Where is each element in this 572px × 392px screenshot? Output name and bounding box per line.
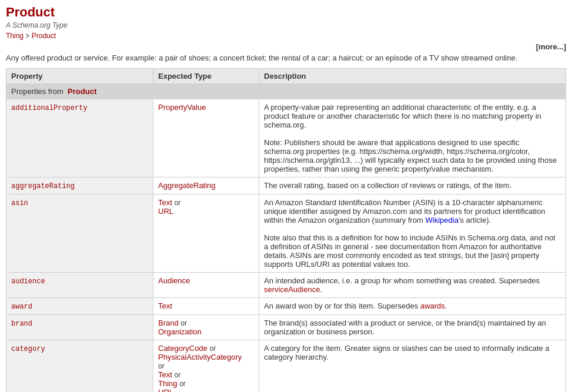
type-link-PropertyValue[interactable]: PropertyValue [158,103,206,112]
desc-cell-audience: An intended audience, i.e. a group for w… [259,273,566,298]
table-row: additionalProperty PropertyValue A prope… [6,99,566,177]
col-header-expected-type: Expected Type [153,69,259,84]
property-cell-additionalProperty: additionalProperty [6,99,153,177]
page-title: Product [6,5,566,20]
type-link-Text-award[interactable]: Text [158,301,172,310]
desc-cell-brand: The brand(s) associated with a product o… [259,315,566,340]
property-cell-category: category [6,340,153,393]
type-link-CategoryCode[interactable]: CategoryCode [158,344,208,353]
prop-name-award: award [11,303,32,311]
property-cell-award: award [6,298,153,315]
desc-cell-category: A category for the item. Greater signs o… [259,340,566,393]
schema-type-label: A Schema.org Type [6,21,566,29]
breadcrumb: Thing > Product [6,32,566,40]
table-row: aggregateRating AggregateRating The over… [6,177,566,195]
prop-name-audience: audience [11,277,45,286]
prop-name-category: category [11,345,45,353]
or-text-category2: or [158,362,165,370]
wikipedia-link[interactable]: Wikipedia [426,216,459,225]
property-cell-asin: asin [6,195,153,273]
table-row: brand Brand or Organization The brand(s)… [6,315,566,340]
type-link-URL-asin[interactable]: URL [158,207,173,216]
prop-name-brand: brand [11,320,32,328]
property-cell-brand: brand [6,315,153,340]
type-cell-brand: Brand or Organization [153,315,259,340]
col-header-description: Description [259,69,566,84]
type-link-Text-category[interactable]: Text [158,370,172,379]
or-text-brand: or [180,319,187,327]
type-link-Text-asin[interactable]: Text [158,198,172,207]
type-link-PhysicalActivityCategory[interactable]: PhysicalActivityCategory [158,353,242,361]
desc-cell-additionalProperty: A property-value pair representing an ad… [259,99,566,177]
property-cell-aggregateRating: aggregateRating [6,177,153,195]
table-row: category CategoryCode or PhysicalActivit… [6,340,566,393]
prop-name-aggregateRating: aggregateRating [11,182,75,190]
table-row: audience Audience An intended audience, … [6,273,566,298]
type-cell-category: CategoryCode or PhysicalActivityCategory… [153,340,259,393]
service-audience-link[interactable]: serviceAudience [264,285,320,294]
table-row: award Text An award won by or for this i… [6,298,566,315]
type-link-AggregateRating[interactable]: AggregateRating [158,181,216,190]
type-cell-aggregateRating: AggregateRating [153,177,259,195]
section-header-row: Properties from Product [6,84,566,99]
breadcrumb-thing-link[interactable]: Thing [6,32,24,40]
property-cell-audience: audience [6,273,153,298]
more-link[interactable]: [more...] [6,42,566,51]
desc-cell-award: An award won by or for this item. Supers… [259,298,566,315]
type-cell-additionalProperty: PropertyValue [153,99,259,177]
type-link-Organization[interactable]: Organization [158,327,202,336]
col-header-property: Property [6,69,153,84]
or-text-category3: or [174,371,180,379]
type-link-URL-category[interactable]: URL [158,388,173,392]
type-link-Brand[interactable]: Brand [158,319,179,327]
desc-cell-asin: An Amazon Standard Identification Number… [259,195,566,273]
desc-cell-aggregateRating: The overall rating, based on a collectio… [259,177,566,195]
section-from-label: Properties from [11,87,63,96]
or-text-asin: or [174,199,180,207]
prop-name-asin: asin [11,199,28,207]
type-link-Thing-category[interactable]: Thing [158,379,178,388]
prop-name-additionalProperty: additionalProperty [11,104,88,112]
table-row: asin Text or URL An Amazon Standard Iden… [6,195,566,273]
properties-table: Property Expected Type Description Prope… [6,68,566,392]
type-cell-audience: Audience [153,273,259,298]
section-product-label: Product [68,87,96,96]
or-text-category1: or [209,344,216,353]
awards-link[interactable]: awards [420,301,445,310]
type-cell-asin: Text or URL [153,195,259,273]
type-cell-award: Text [153,298,259,315]
breadcrumb-product-link[interactable]: Product [32,32,56,40]
or-text-category4: or [179,380,186,388]
type-link-Audience[interactable]: Audience [158,276,190,285]
page-description: Any offered product or service. For exam… [6,53,566,62]
